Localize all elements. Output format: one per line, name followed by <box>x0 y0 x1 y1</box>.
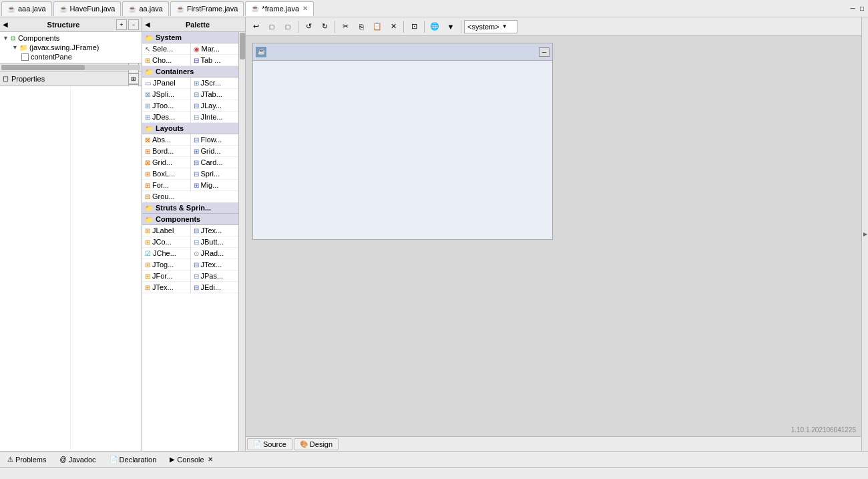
palette-item-jlabel[interactable]: ⊞ JLabel <box>142 225 191 236</box>
bottom-tab-label: Console <box>177 456 204 464</box>
palette-item-jdes[interactable]: ⊞ JDes... <box>142 112 191 123</box>
tree-item-jframe[interactable]: ▼ 📁 (javax.swing.JFrame) <box>1 43 140 52</box>
palette-section-components[interactable]: 📁 Components <box>142 214 238 225</box>
palette-item-jradio[interactable]: ⊙ JRad... <box>191 248 239 259</box>
toolbar-globe-btn[interactable]: 🌐 <box>427 19 442 34</box>
palette-section-struts[interactable]: 📁 Struts & Sprin... <box>142 202 238 214</box>
jtext-icon: ⊟ <box>194 227 199 234</box>
palette-item-jtext[interactable]: ⊟ JTex... <box>191 225 239 236</box>
palette-item-jbutt[interactable]: ⊟ JButt... <box>191 236 239 248</box>
palette-item-jcombo[interactable]: ⊞ JCo... <box>142 236 191 248</box>
palette-item-jtex2[interactable]: ⊟ JTex... <box>191 259 239 271</box>
structure-remove-button[interactable]: − <box>128 19 139 30</box>
prop-col-right <box>71 86 142 451</box>
toolbar-delete-btn[interactable]: ✕ <box>386 19 401 34</box>
palette-item-tab[interactable]: ⊟ Tab ... <box>191 55 239 66</box>
tab-aaa-java[interactable]: ☕ aaa.java <box>1 1 52 16</box>
palette-item-flow[interactable]: ⊟ Flow... <box>191 134 239 146</box>
palette-scrollbar[interactable] <box>238 32 245 451</box>
palette-item-select[interactable]: ↖ Sele... <box>142 43 191 55</box>
item-label: JTex... <box>201 261 222 269</box>
palette-item-jlay[interactable]: ⊟ JLay... <box>191 100 239 112</box>
item-label: JCo... <box>152 238 172 246</box>
bord-icon: ⊞ <box>145 148 150 155</box>
canvas-icon-glyph: ☕ <box>258 48 265 55</box>
bottom-tab-javadoc[interactable]: @ Javadoc <box>53 453 101 466</box>
palette-item-card[interactable]: ⊟ Card... <box>191 157 239 168</box>
tree-item-contentpane[interactable]: contentPane <box>1 52 140 61</box>
palette-item-grou[interactable]: ⊟ Grou... <box>142 191 193 202</box>
tab-aa-java[interactable]: ☕ aa.java <box>122 1 168 16</box>
tree-item-components[interactable]: ▼ ⚙ Components <box>1 33 140 43</box>
palette-item-jtool[interactable]: ⊞ JToo... <box>142 100 191 112</box>
item-label: JButt... <box>201 238 224 246</box>
palette-item-for[interactable]: ⊞ For... <box>142 180 191 191</box>
toolbar-btn-2[interactable]: □ <box>264 19 279 34</box>
bottom-tab-problems[interactable]: ⚠ Problems <box>1 453 52 466</box>
source-design-toggle: 📄 Source 🎨 Design <box>246 436 861 451</box>
palette-item-jedit[interactable]: ⊟ JEdi... <box>191 282 239 293</box>
editor-tab-bar: ☕ aaa.java ☕ HaveFun.java ☕ aa.java ☕ Fi… <box>0 0 868 17</box>
close-tab-button[interactable]: ✕ <box>302 5 308 12</box>
palette-section-system[interactable]: 📁 System <box>142 32 238 43</box>
toolbar-btn-1[interactable]: ↩ <box>248 19 263 34</box>
properties-btn-2[interactable]: ⊞ <box>128 73 139 84</box>
palette-item-jcheck[interactable]: ☑ JChe... <box>142 248 191 259</box>
properties-title: Properties <box>11 75 45 83</box>
jtex2-icon: ⊟ <box>194 261 199 269</box>
palette-item-jtex3[interactable]: ⊞ JTex... <box>142 282 191 293</box>
tab-frame-java[interactable]: ☕ *frame.java ✕ <box>245 1 314 16</box>
java-icon: ☕ <box>59 5 67 13</box>
minimize-editor-button[interactable]: ─ <box>848 4 857 13</box>
palette-collapse-button[interactable]: ◀ <box>145 21 150 28</box>
toolbar-paste-btn[interactable]: 📋 <box>370 19 385 34</box>
system-dropdown[interactable]: <system> ▼ <box>464 20 517 33</box>
item-label: JRad... <box>201 249 224 257</box>
section-label: Containers <box>156 67 194 75</box>
tab-havefun-java[interactable]: ☕ HaveFun.java <box>53 1 122 16</box>
toolbar-redo-btn[interactable]: ↻ <box>317 19 332 34</box>
palette-item-jpass[interactable]: ⊟ JPas... <box>191 271 239 282</box>
bottom-tab-declaration[interactable]: 📄 Declaration <box>103 453 163 466</box>
structure-scrollbar[interactable] <box>0 63 142 71</box>
bottom-tab-console[interactable]: ▶ Console ✕ <box>164 453 218 466</box>
palette-row: ↖ Sele... ◉ Mar... <box>142 43 238 55</box>
structure-collapse-button[interactable]: ◀ <box>3 21 8 28</box>
jcheck-icon: ☑ <box>145 250 151 257</box>
palette-item-jform[interactable]: ⊞ JFor... <box>142 271 191 282</box>
palette-item-jtab[interactable]: ⊟ JTab... <box>191 89 239 100</box>
toolbar-copy-btn[interactable]: ⎘ <box>354 19 369 34</box>
palette-item-bord[interactable]: ⊞ Bord... <box>142 146 191 157</box>
jtool-icon: ⊞ <box>145 102 150 110</box>
palette-item-jsplit[interactable]: ⊠ JSpli... <box>142 89 191 100</box>
toolbar-cut-btn[interactable]: ✂ <box>338 19 353 34</box>
palette-item-gridb[interactable]: ⊠ Grid... <box>142 157 191 168</box>
toolbar-layout-btn[interactable]: ⊡ <box>407 19 421 34</box>
close-console-button[interactable]: ✕ <box>208 456 213 463</box>
palette-section-containers[interactable]: 📁 Containers <box>142 66 238 77</box>
maximize-editor-button[interactable]: □ <box>857 4 867 13</box>
design-tab[interactable]: 🎨 Design <box>294 438 339 450</box>
canvas-minimize-button[interactable]: ─ <box>539 47 550 57</box>
palette-item-choose[interactable]: ⊞ Cho... <box>142 55 191 66</box>
structure-add-button[interactable]: + <box>116 19 127 30</box>
palette-item-jint[interactable]: ⊟ JInte... <box>191 112 239 123</box>
palette-section-layouts[interactable]: 📁 Layouts <box>142 123 238 134</box>
palette-item-grid[interactable]: ⊞ Grid... <box>191 146 239 157</box>
source-tab[interactable]: 📄 Source <box>247 438 292 450</box>
toolbar-globe-arrow-btn[interactable]: ▼ <box>443 19 458 34</box>
jbutt-icon: ⊟ <box>194 238 199 246</box>
palette-item-jpanel[interactable]: ▭ JPanel <box>142 77 191 89</box>
palette-item-mig[interactable]: ⊞ Mig... <box>191 180 239 191</box>
palette-item-jtog[interactable]: ⊞ JTog... <box>142 259 191 271</box>
palette-item-box[interactable]: ⊞ BoxL... <box>142 168 191 180</box>
palette-item-jscroll[interactable]: ⊞ JScr... <box>191 77 239 89</box>
palette-item-spr[interactable]: ⊟ Spri... <box>191 168 239 180</box>
palette-item-marker[interactable]: ◉ Mar... <box>191 43 239 55</box>
item-label: JLabel <box>152 226 174 234</box>
toolbar-btn-3[interactable]: □ <box>280 19 295 34</box>
right-panel-toggle[interactable]: ▶ <box>861 17 868 451</box>
palette-item-abs[interactable]: ⊠ Abs... <box>142 134 191 146</box>
tab-firstframe-java[interactable]: ☕ FirstFrame.java <box>170 1 244 16</box>
toolbar-undo-btn[interactable]: ↺ <box>301 19 316 34</box>
